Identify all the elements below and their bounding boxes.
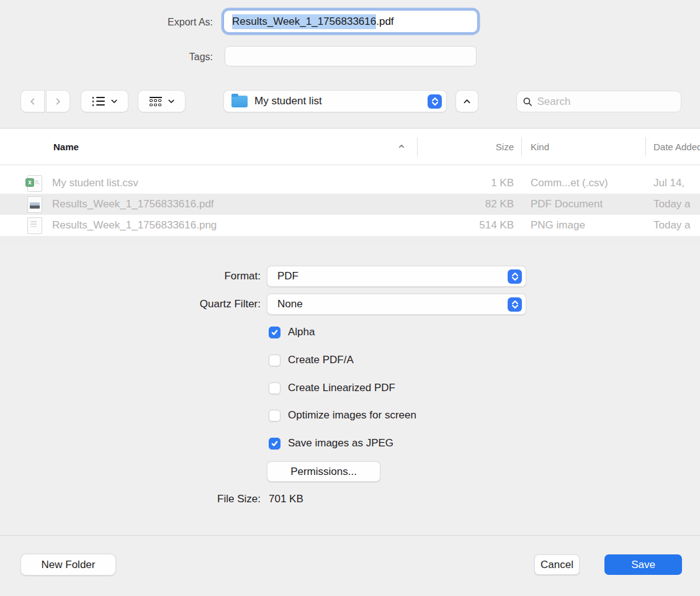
cancel-button[interactable]: Cancel [534, 554, 580, 575]
chevron-left-icon [29, 98, 36, 105]
table-row[interactable]: Results_Week_1_1756833616.png 514 KB PNG… [0, 215, 700, 236]
file-list: My student list.csv 1 KB Comm...et (.csv… [0, 165, 700, 246]
file-list-header: Name Size Kind Date Added [0, 129, 700, 165]
quartz-filter-label: Quartz Filter: [0, 298, 261, 310]
permissions-button[interactable]: Permissions... [267, 461, 380, 482]
search-input[interactable] [537, 96, 675, 108]
png-file-icon [27, 217, 42, 234]
chevron-up-icon [464, 98, 470, 105]
csv-file-icon [27, 175, 42, 192]
footer-divider [0, 535, 700, 536]
search-field[interactable] [516, 91, 681, 112]
file-size-label: File Size: [0, 493, 261, 505]
file-size-value: 701 KB [269, 493, 303, 505]
popup-stepper-icon [508, 297, 522, 312]
filename-extension: .pdf [376, 16, 393, 28]
checkbox-save-images-jpeg[interactable]: Save images as JPEG [269, 437, 393, 449]
column-divider[interactable] [521, 137, 522, 156]
chevron-down-icon [111, 98, 117, 104]
save-button[interactable]: Save [604, 554, 682, 575]
checkbox-alpha[interactable]: Alpha [269, 326, 315, 338]
chevron-down-icon [168, 98, 174, 104]
quartz-filter-popup-value: None [277, 298, 508, 310]
group-view-icon [150, 97, 162, 106]
checkbox-optimize-images[interactable]: Optimize images for screen [269, 409, 416, 422]
folder-icon [231, 96, 248, 107]
checkbox-create-linearized-pdf[interactable]: Create Linearized PDF [269, 382, 395, 394]
parent-folder-button[interactable] [455, 90, 478, 112]
column-divider[interactable] [645, 137, 646, 156]
column-header-name[interactable]: Name [0, 142, 417, 152]
quartz-filter-popup[interactable]: None [267, 294, 526, 315]
column-divider[interactable] [417, 137, 418, 156]
table-row[interactable]: My student list.csv 1 KB Comm...et (.csv… [0, 173, 700, 194]
checkbox-icon [269, 354, 280, 366]
checkbox-icon [269, 410, 280, 422]
table-row[interactable]: Results_Week_1_1756833616.pdf 82 KB PDF … [0, 194, 700, 215]
popup-stepper-icon [428, 94, 442, 109]
list-view-button[interactable] [81, 90, 128, 112]
format-popup-value: PDF [277, 270, 508, 282]
chevron-right-icon [55, 98, 61, 105]
filename-input[interactable]: Results_Week_1_1756833616.pdf [223, 10, 478, 33]
popup-stepper-icon [508, 269, 522, 284]
file-browser: Name Size Kind Date Added My student lis… [0, 128, 700, 246]
forward-button[interactable] [46, 90, 70, 112]
search-icon [523, 97, 532, 107]
back-button[interactable] [20, 90, 45, 112]
filename-selected-text: Results_Week_1_1756833616 [232, 14, 376, 29]
export-as-label: Export As: [0, 17, 213, 28]
tags-input[interactable] [225, 46, 477, 66]
pdf-file-icon [27, 196, 42, 213]
checkbox-icon [269, 327, 280, 338]
column-header-kind[interactable]: Kind [521, 142, 645, 152]
checkbox-create-pdfa[interactable]: Create PDF/A [269, 354, 354, 366]
column-header-date-added[interactable]: Date Added [645, 142, 700, 152]
empty-row-stripe [0, 236, 700, 246]
export-save-dialog: Export As: Results_Week_1_1756833616.pdf… [0, 0, 700, 596]
tags-label: Tags: [0, 52, 213, 63]
group-view-button[interactable] [138, 90, 186, 112]
checkbox-icon [269, 382, 280, 394]
checkbox-icon [269, 438, 280, 449]
format-popup[interactable]: PDF [267, 266, 526, 287]
sort-ascending-icon [398, 143, 405, 150]
location-popup-value: My student list [254, 95, 428, 107]
format-label: Format: [0, 270, 261, 282]
column-header-size[interactable]: Size [417, 142, 521, 152]
list-view-icon [92, 97, 105, 106]
new-folder-button[interactable]: New Folder [20, 554, 116, 576]
location-popup[interactable]: My student list [223, 90, 447, 112]
